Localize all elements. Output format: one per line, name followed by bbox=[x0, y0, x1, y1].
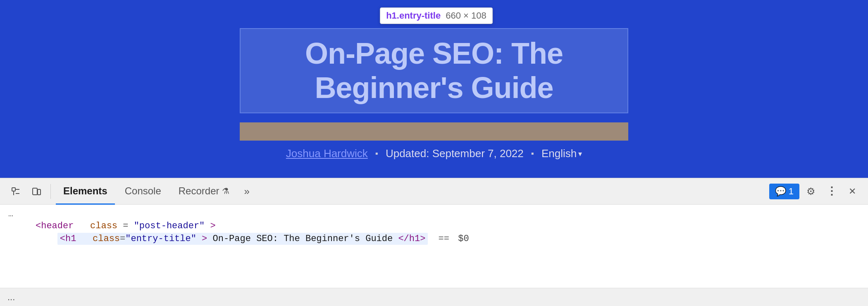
page-title: On-Page SEO: The Beginner's Guide bbox=[253, 36, 615, 105]
code-eq-sign: == bbox=[439, 234, 449, 244]
recorder-flask-icon: ⚗ bbox=[222, 186, 229, 196]
code-tag-header-open: <header bbox=[36, 221, 74, 231]
tab-elements[interactable]: Elements bbox=[56, 179, 115, 205]
close-icon: ✕ bbox=[849, 186, 856, 197]
tooltip-dimensions: 660 × 108 bbox=[446, 10, 486, 21]
bottom-ellipsis[interactable]: ... bbox=[7, 292, 15, 303]
devtools-panel: Elements Console Recorder ⚗ » 💬 1 ⚙ ⋮ ✕ bbox=[0, 178, 868, 306]
code-attr-class-h1: class bbox=[93, 234, 120, 244]
code-indent bbox=[8, 234, 52, 244]
svg-rect-0 bbox=[12, 188, 15, 191]
code-val-entry-title: "entry-title" bbox=[125, 234, 196, 244]
code-tag-h1-open: <h1 bbox=[60, 234, 76, 244]
code-line-h1[interactable]: <h1 class="entry-title" > On-Page SEO: T… bbox=[8, 233, 860, 245]
svg-rect-4 bbox=[33, 188, 37, 195]
meta-sep-2: ▪ bbox=[531, 149, 534, 158]
element-tooltip: h1.entry-title 660 × 108 bbox=[380, 7, 493, 24]
device-toolbar-button[interactable] bbox=[27, 182, 45, 201]
code-h1-text: On-Page SEO: The Beginner's Guide bbox=[213, 234, 393, 244]
code-h1-highlight: <h1 class="entry-title" > On-Page SEO: T… bbox=[57, 233, 428, 245]
meta-sep-1: ▪ bbox=[375, 149, 378, 158]
more-tabs-button[interactable]: » bbox=[239, 182, 255, 201]
code-space2 bbox=[82, 234, 87, 244]
code-tag-header-close: > bbox=[210, 221, 216, 231]
more-options-icon: ⋮ bbox=[826, 185, 837, 198]
devtools-topbar: Elements Console Recorder ⚗ » 💬 1 ⚙ ⋮ ✕ bbox=[0, 178, 868, 205]
meta-updated: Updated: September 7, 2022 bbox=[386, 147, 524, 160]
language-label: English bbox=[541, 147, 577, 160]
author-link[interactable]: Joshua Hardwick bbox=[286, 147, 368, 160]
selected-element-highlight: On-Page SEO: The Beginner's Guide bbox=[240, 28, 628, 113]
brown-divider-strip bbox=[240, 122, 628, 141]
code-line-header[interactable]: <header class = "post-header" > bbox=[8, 221, 860, 231]
devtools-code-area: … <header class = "post-header" > <h1 cl… bbox=[0, 205, 868, 288]
code-attr-class: class bbox=[90, 221, 117, 231]
code-header-open bbox=[8, 221, 30, 231]
code-space bbox=[79, 221, 85, 231]
code-tag-h1-close: </h1> bbox=[398, 234, 425, 244]
close-devtools-button[interactable]: ✕ bbox=[843, 182, 861, 201]
code-attr-val-post-header: "post-header" bbox=[134, 221, 205, 231]
code-line-ellipsis: … bbox=[8, 209, 860, 219]
inspect-element-button[interactable] bbox=[7, 182, 25, 201]
language-caret: ▾ bbox=[578, 149, 582, 158]
comment-count: 1 bbox=[789, 186, 794, 197]
comment-button[interactable]: 💬 1 bbox=[769, 184, 799, 199]
tab-recorder[interactable]: Recorder ⚗ bbox=[171, 179, 237, 205]
ellipsis-dots: … bbox=[8, 209, 13, 219]
tooltip-tag: h1.entry-title bbox=[386, 10, 441, 21]
devtools-bottom-bar: ... bbox=[0, 288, 868, 306]
tab-console[interactable]: Console bbox=[117, 179, 169, 205]
language-selector[interactable]: English ▾ bbox=[541, 147, 582, 160]
code-dollar-sign: $0 bbox=[458, 234, 469, 244]
more-options-button[interactable]: ⋮ bbox=[823, 182, 841, 201]
code-equals: = bbox=[123, 221, 128, 231]
settings-button[interactable]: ⚙ bbox=[802, 182, 820, 201]
meta-line: Joshua Hardwick ▪ Updated: September 7, … bbox=[0, 147, 868, 160]
page-preview: h1.entry-title 660 × 108 On-Page SEO: Th… bbox=[0, 0, 868, 178]
toolbar-divider bbox=[50, 184, 51, 199]
comment-icon: 💬 bbox=[775, 186, 786, 197]
gear-icon: ⚙ bbox=[806, 186, 816, 197]
code-tag-h1-mid: > bbox=[202, 234, 207, 244]
svg-rect-5 bbox=[38, 189, 41, 195]
